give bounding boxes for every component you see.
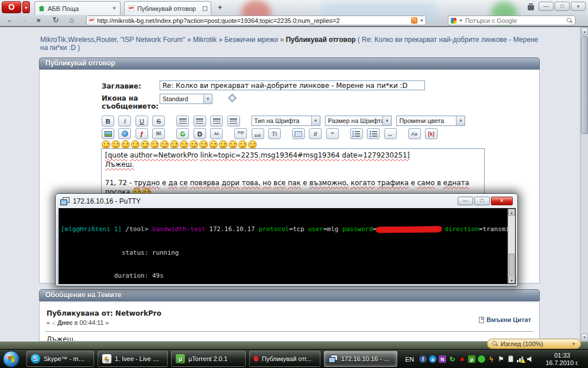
tab-post-reply[interactable]: MT Публикувай отговор [124, 1, 211, 15]
italic-button[interactable]: I [118, 116, 131, 126]
fast-forward-button[interactable]: » [32, 15, 45, 25]
abv-tray-icon[interactable]: a [429, 355, 436, 363]
minimize-button[interactable]: — [458, 197, 473, 205]
new-tab-button[interactable]: + [215, 3, 225, 13]
shadow-button[interactable]: D [194, 128, 206, 139]
language-indicator[interactable]: EN [405, 356, 414, 363]
onenote-tray-icon[interactable]: N [439, 355, 446, 363]
insert-flash-button[interactable]: ƒ [136, 128, 148, 139]
browser-scrollbar[interactable]: ▲ ▼ [580, 27, 588, 342]
sync-tray-icon[interactable]: ↻ [448, 355, 456, 363]
taskbar-item-utorrent[interactable]: µ µTorrent 2.0.1 [171, 351, 246, 367]
scroll-up-icon[interactable]: ▲ [508, 209, 515, 216]
zoom-control[interactable]: Изглед (100%) ▼ [487, 339, 581, 349]
insert-email-button[interactable]: ✉ [152, 128, 165, 139]
address-bar[interactable]: MT ▼ [86, 16, 426, 25]
bold-button[interactable]: B [102, 116, 114, 126]
search-bar[interactable]: ▼ [448, 16, 575, 25]
opera-menu-caret-button[interactable]: ▾ [22, 1, 30, 13]
winamp-tray-icon[interactable]: ϟ [488, 355, 495, 363]
scroll-down-icon[interactable]: ▼ [581, 334, 588, 341]
glow-button[interactable]: G [176, 128, 189, 139]
messenger-tray-icon[interactable] [478, 355, 485, 363]
mikrotik-favicon: MT [88, 17, 95, 24]
message-icon-select[interactable]: Standard ▾ [160, 94, 212, 104]
close-button[interactable]: × [571, 2, 586, 11]
scroll-down-icon[interactable]: ▼ [508, 277, 515, 283]
chevron-down-icon[interactable]: ▼ [112, 6, 117, 11]
search-icon[interactable] [567, 18, 572, 24]
putty-titlebar[interactable]: 172.16.10.16 - PuTTY — □ × [56, 194, 517, 208]
taskbar-item-skype[interactable]: S Skype™ - mm-l-g [26, 351, 94, 367]
insert-quote-link[interactable]: Вмъкни Цитат [479, 316, 531, 323]
scrollbar-thumb[interactable] [581, 36, 588, 134]
close-button[interactable]: × [491, 197, 513, 205]
subscript-button[interactable]: sub [252, 128, 264, 139]
breadcrumb-board-link[interactable]: Безжични мрежи [225, 36, 278, 44]
opera-menu-button[interactable]: O [2, 1, 21, 13]
minimize-button[interactable]: — [539, 2, 554, 11]
numbered-list-button[interactable] [367, 128, 380, 139]
taskbar-item-opera[interactable]: Публикувай отг... [249, 351, 320, 367]
scroll-up-icon[interactable]: ▲ [581, 28, 588, 35]
insert-table-button[interactable] [292, 128, 305, 139]
strikethrough-button[interactable]: S [152, 116, 165, 126]
tab-thumbnail-icon[interactable] [203, 6, 207, 11]
insert-hyperlink-button[interactable] [118, 128, 131, 139]
zoom-label: Изглед (100%) [501, 340, 543, 347]
superscript-button[interactable]: sup [234, 128, 247, 139]
terminal[interactable]: [mlg@Hri6teni 1] /tool> bandwidth-test 1… [59, 208, 516, 284]
url-input[interactable] [97, 17, 409, 24]
terminal-param: direction [441, 225, 479, 233]
teletype-button[interactable]: Tt [268, 128, 281, 139]
utorrent-tray-icon[interactable]: µ [468, 355, 475, 363]
start-button[interactable] [3, 351, 20, 367]
network-status-icon[interactable] [517, 355, 524, 363]
putty-window[interactable]: 172.16.10.16 - PuTTY — □ × [mlg@Hri6teni… [55, 193, 518, 286]
insert-html-button[interactable]: [k] [425, 128, 438, 139]
preformatted-button[interactable] [176, 116, 189, 126]
font-color-select[interactable]: Промени цвета ▾ [396, 116, 465, 126]
subject-input[interactable] [160, 80, 425, 90]
volume-icon[interactable] [527, 355, 534, 363]
terminal-scrollbar[interactable]: ▲ ▼ [508, 209, 515, 283]
rss-icon[interactable] [411, 17, 417, 24]
facebook-tray-icon[interactable]: f [419, 355, 427, 363]
terminal-prompt: [mlg@Hri6teni 1] [61, 225, 122, 233]
closed-tabs-trash-icon[interactable] [528, 3, 534, 10]
clock[interactable]: 01:33 16.7.2010 г. [540, 352, 585, 367]
bullet-list-button[interactable] [350, 128, 363, 139]
opera-tray-icon[interactable] [458, 355, 466, 363]
terminal-value: = [373, 225, 377, 233]
breadcrumb-separator: » [187, 36, 191, 44]
taskbar-item-winamp[interactable]: ϟ 1. Ivee - Live @ R... [98, 351, 168, 367]
action-center-flag-icon[interactable]: ⚑ [497, 355, 505, 363]
taskbar-item-putty[interactable]: 172.16.10.16 - Pu... [324, 351, 397, 367]
reload-button[interactable]: ↻ [49, 15, 62, 25]
horizontal-rule-button[interactable]: ↔ [384, 128, 397, 139]
maximize-button[interactable]: □ [555, 2, 570, 11]
insert-quote-button[interactable]: ” [326, 128, 339, 139]
home-button[interactable]: ⌂ [65, 15, 78, 25]
chevron-down-icon[interactable]: ▼ [420, 18, 424, 22]
insert-image-button[interactable] [102, 128, 114, 139]
font-face-select[interactable]: Тип на Шрифта ▾ [252, 116, 320, 126]
search-input[interactable] [465, 17, 564, 24]
breadcrumb-forum-link[interactable]: Mikrotik [193, 36, 216, 44]
remove-formatting-button[interactable]: Ax [408, 128, 421, 139]
font-size-select[interactable]: Размер на Шрифта ▾ [325, 116, 392, 126]
align-left-button[interactable] [194, 116, 206, 126]
forward-button[interactable]: → [17, 15, 30, 25]
chevron-down-icon[interactable]: ▼ [459, 18, 463, 22]
clipboard-tray-icon[interactable] [507, 355, 514, 363]
maximize-button[interactable]: □ [474, 197, 490, 205]
breadcrumb-root-link[interactable]: MikroTik,Wireless,Router, "ISP Network F… [40, 36, 185, 44]
tab-abv-mail[interactable]: АБВ Поща ▼ [34, 1, 121, 15]
marquee-button[interactable]: -M- [210, 128, 223, 139]
scrollbar-thumb[interactable] [509, 254, 514, 275]
align-center-button[interactable] [210, 116, 223, 126]
back-button[interactable]: ← [3, 15, 16, 25]
underline-button[interactable]: U [136, 116, 148, 126]
insert-code-button[interactable]: # [309, 128, 322, 139]
align-right-button[interactable] [227, 116, 240, 126]
